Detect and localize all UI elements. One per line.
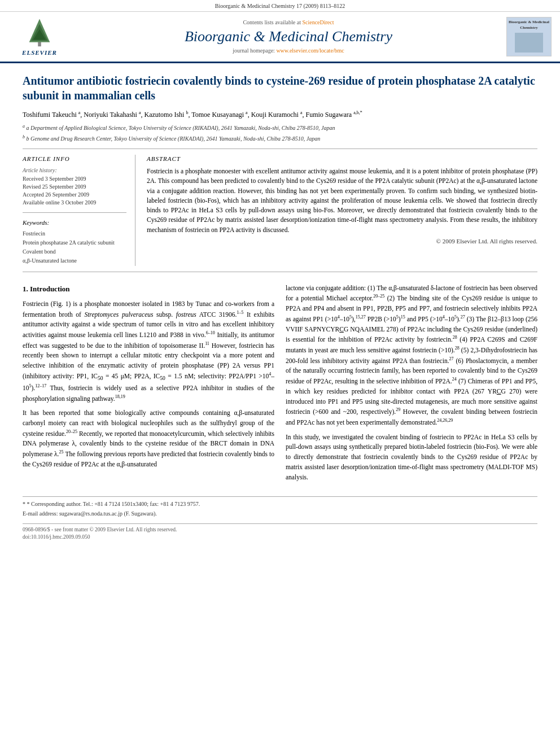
history-label: Article history: — [23, 167, 126, 174]
banner-left: ELSEVIER — [6, 16, 73, 57]
keyword-1: Fostriecin — [23, 230, 126, 238]
right-para-2: In this study, we investigated the coval… — [286, 433, 537, 483]
copyright-line: © 2009 Elsevier Ltd. All rights reserved… — [147, 237, 537, 246]
available-date: Available online 3 October 2009 — [23, 199, 126, 207]
footnote-star: * — [23, 501, 25, 507]
revised-date: Revised 25 September 2009 — [23, 183, 126, 191]
abstract-col: ABSTRACT Fostriecin is a phosphate monoe… — [147, 155, 537, 266]
issn-line: 0968-0896/$ - see front matter © 2009 El… — [23, 526, 537, 534]
body-section: 1. Introduction Fostriecin (Fig. 1) is a… — [23, 283, 537, 487]
bottom-bar: 0968-0896/$ - see front matter © 2009 El… — [23, 523, 537, 541]
article-content: Antitumor antibiotic fostriecin covalent… — [0, 63, 560, 552]
page-wrapper: Bioorganic & Medicinal Chemistry 17 (200… — [0, 0, 560, 747]
doi-line: doi:10.1016/j.bmc.2009.09.050 — [23, 534, 537, 541]
footnotes: * * Corresponding author. Tel.: +81 4 71… — [23, 496, 537, 518]
banner-right: Bioorganic & Medicinal Chemistry — [504, 17, 554, 56]
footnote-email-text: E-mail address: sugawara@rs.noda.tus.ac.… — [23, 510, 157, 517]
footnote-corresponding-text: * Corresponding author. Tel.: +81 4 7124… — [27, 501, 200, 507]
accepted-date: Accepted 26 September 2009 — [23, 191, 126, 199]
keyword-4: α,β-Unsaturated lactone — [23, 257, 126, 265]
article-info-title: ARTICLE INFO — [23, 155, 126, 163]
intro-heading: 1. Introduction — [23, 283, 274, 295]
elsevier-text: ELSEVIER — [22, 49, 57, 57]
homepage-url[interactable]: www.elsevier.com/locate/bmc — [276, 47, 344, 54]
right-para-1: lactone via conjugate addition: (1) The … — [286, 283, 537, 428]
affiliation-b: b b Genome and Drug Research Center, Tok… — [23, 134, 537, 143]
info-divider — [23, 212, 126, 213]
journal-homepage: journal homepage: www.elsevier.com/locat… — [79, 47, 498, 55]
authors-text: Toshifumi Takeuchi a, Noriyuki Takahashi… — [23, 111, 362, 119]
journal-citation: Bioorganic & Medicinal Chemistry 17 (200… — [215, 3, 345, 9]
affiliations: a a Department of Applied Biological Sci… — [23, 123, 537, 143]
footnote-corresponding: * * Corresponding author. Tel.: +81 4 71… — [23, 500, 537, 508]
body-right-col: lactone via conjugate addition: (1) The … — [286, 283, 537, 487]
elsevier-tree-icon — [23, 16, 56, 47]
section-divider-2 — [23, 272, 537, 272]
intro-para-1: Fostriecin (Fig. 1) is a phosphate monoe… — [23, 299, 274, 404]
journal-header: Bioorganic & Medicinal Chemistry 17 (200… — [0, 0, 560, 12]
article-title: Antitumor antibiotic fostriecin covalent… — [23, 73, 537, 103]
abstract-text: Fostriecin is a phosphate monoester with… — [147, 167, 537, 235]
article-info-col: ARTICLE INFO Article history: Received 3… — [23, 155, 135, 266]
info-abstract-row: ARTICLE INFO Article history: Received 3… — [23, 155, 537, 266]
journal-banner: ELSEVIER Contents lists available at Sci… — [0, 12, 560, 63]
footnote-email: E-mail address: sugawara@rs.noda.tus.ac.… — [23, 510, 537, 518]
received-date: Received 3 September 2009 — [23, 175, 126, 183]
banner-center: Contents lists available at ScienceDirec… — [79, 19, 498, 55]
journal-cover-thumbnail: Bioorganic & Medicinal Chemistry — [506, 17, 552, 56]
keyword-3: Covalent bond — [23, 248, 126, 256]
keyword-2: Protein phosphatase 2A catalytic subunit — [23, 239, 126, 247]
section-divider-1 — [23, 148, 537, 149]
affiliation-a: a a Department of Applied Biological Sci… — [23, 123, 537, 132]
intro-para-2: It has been reported that some biologica… — [23, 408, 274, 470]
authors: Toshifumi Takeuchi a, Noriyuki Takahashi… — [23, 110, 537, 120]
journal-title: Bioorganic & Medicinal Chemistry — [79, 28, 498, 45]
sciencedirect-link[interactable]: ScienceDirect — [302, 19, 334, 25]
keywords-title: Keywords: — [23, 219, 126, 227]
abstract-title: ABSTRACT — [147, 155, 537, 163]
elsevier-logo: ELSEVIER — [22, 16, 57, 57]
article-dates: Received 3 September 2009 Revised 25 Sep… — [23, 175, 126, 207]
body-left-col: 1. Introduction Fostriecin (Fig. 1) is a… — [23, 283, 274, 487]
sciencedirect-line: Contents lists available at ScienceDirec… — [79, 19, 498, 27]
